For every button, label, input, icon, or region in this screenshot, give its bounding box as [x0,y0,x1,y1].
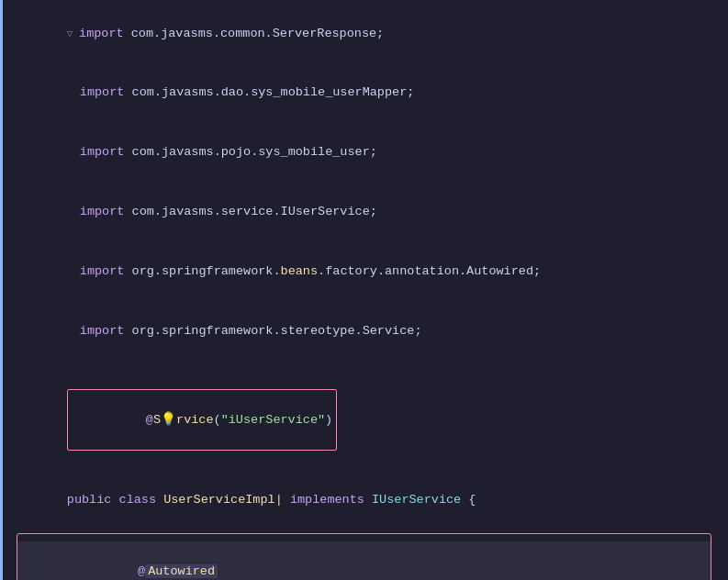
paren-close: ) [325,413,332,427]
code-line-2: import com.javasms.dao.sys_mobile_userMa… [0,63,728,123]
annotation-autowired-at: @ [138,564,145,578]
annotation-service-rest: rvice [176,413,214,427]
code-line-5: import org.springframework.beans.factory… [0,241,728,301]
keyword-implements: implements [283,493,372,507]
import-path-5: org.springframework.beans.factory.annota… [132,264,542,278]
import-path-4: com.javasms.service.IUserService; [132,205,377,218]
brace-open: { [461,493,476,507]
paren-open: ( [214,413,221,427]
empty-line-1 [0,361,728,370]
autowired-line: @Autowired [17,541,711,580]
code-line-3: import com.javasms.pojo.sys_mobile_user; [0,123,728,183]
keyword-import-4: import [80,205,132,218]
class-declaration-line: public class UserServiceImpl| implements… [0,471,728,530]
cursor-bar: | [275,493,283,507]
code-line-4: import com.javasms.service.IUserService; [0,182,728,241]
fold-arrow-1: ▽ [67,28,79,39]
code-line-6: import org.springframework.stereotype.Se… [0,301,728,361]
keyword-import: import [79,27,131,40]
keyword-public: public [67,493,119,507]
service-string: "iUserService" [221,413,325,427]
import-path-2: com.javasms.dao.sys_mobile_userMapper; [132,85,415,99]
service-annotation-highlight: @S💡rvice("iUserService") [67,389,337,451]
code-line-1: ▽ import com.javasms.common.ServerRespon… [0,4,728,63]
import-path-1: com.javasms.common.ServerResponse; [131,27,384,40]
code-editor: ▽ import com.javasms.common.ServerRespon… [0,0,728,580]
warning-box: @Autowired private sys_mobile_userMapper… [17,533,711,580]
annotation-name-service: S [153,413,161,427]
keyword-import-2: import [80,85,132,99]
import-path-3: com.javasms.pojo.sys_mobile_user; [132,145,377,159]
interface-name: IUserService [372,493,461,507]
keyword-import-3: import [80,145,132,159]
annotation-service-icon: 💡 [161,413,176,427]
import-path-6: org.springframework.stereotype.Service; [132,324,422,338]
class-name: UserServiceImpl [163,493,275,507]
annotation-autowired-name: Autowired [145,564,218,578]
keyword-class: class [119,493,164,507]
keyword-import-5: import [80,264,132,278]
annotation-service-line: @S💡rvice("iUserService") [0,370,728,471]
keyword-import-6: import [80,324,132,338]
annotation-at: @ [146,413,153,427]
